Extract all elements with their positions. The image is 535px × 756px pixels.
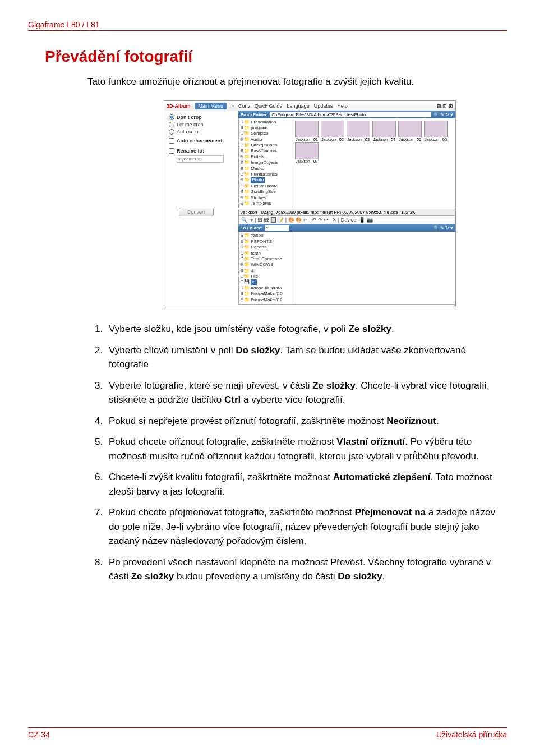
app-brand: 3D-Album (167, 103, 191, 109)
footer: CZ-34 Uživatelská příručka (28, 727, 507, 739)
step-6: Chcete-li zvýšit kvalitu fotografií, zaš… (105, 470, 507, 499)
to-tree[interactable]: ⊖📁 Yahoo!⊖📁 PSFONTS⊖📁 Reports⊖📁 temp⊖📁 T… (239, 232, 292, 304)
step-1: Vyberte složku, kde jsou umístěny vaše f… (105, 322, 507, 336)
radio-icon (169, 114, 174, 120)
menu-lang[interactable]: Language (287, 103, 310, 109)
toolbar-icons[interactable]: 🔍 ✎ ↻ ♥ (433, 225, 453, 231)
step-2: Vyberte cílové umístění v poli Do složky… (105, 343, 507, 372)
step-8: Po provedení všech nastavení klepněte na… (105, 555, 507, 584)
step-3: Vyberte fotografie, které se mají převés… (105, 379, 507, 407)
step-5: Pokud chcete oříznout fotografie, zaškrt… (105, 435, 507, 463)
from-thumbs[interactable]: Jackson - 01Jackson - 02Jackson - 03Jack… (292, 118, 455, 208)
radio-let-crop[interactable]: Let me crop (169, 122, 235, 127)
radio-icon (169, 129, 174, 135)
screenshot: 3D-Album Main Menu » Conv Quick Guide La… (164, 100, 456, 307)
to-thumbs[interactable] (292, 232, 455, 304)
page-header: Gigaframe L80 / L81 (28, 20, 507, 31)
footer-title: Uživatelská příručka (436, 730, 507, 739)
from-folder-path[interactable] (270, 112, 431, 117)
check-icon (169, 148, 174, 154)
step-4: Pokud si nepřejete provést oříznutí foto… (105, 414, 507, 428)
options-panel: Don't crop Let me crop Auto crop Auto en… (164, 111, 238, 306)
radio-dont-crop[interactable]: Don't crop (169, 114, 235, 120)
menu-help[interactable]: Help (337, 103, 348, 109)
intro-text: Tato funkce umožňuje oříznout a přejmeno… (87, 75, 458, 89)
from-folder-label: From Folder: (241, 112, 268, 117)
toolbar-icons[interactable]: 🔍 ✎ ↻ ♥ (433, 112, 453, 117)
menu-conv[interactable]: Conv (238, 103, 250, 109)
menu-quick[interactable]: Quick Guide (255, 103, 283, 109)
radio-icon (169, 122, 174, 127)
instruction-list: Vyberte složku, kde jsou umístěny vaše f… (105, 322, 507, 584)
to-folder-bar: To Folder: 🔍 ✎ ↻ ♥ (238, 224, 455, 232)
check-rename[interactable]: Rename to: (169, 148, 235, 154)
app-menubar: 3D-Album Main Menu » Conv Quick Guide La… (164, 101, 455, 111)
radio-auto-crop[interactable]: Auto crop (169, 129, 235, 135)
menu-main[interactable]: Main Menu (195, 103, 227, 109)
from-pane: ⊖📁 Presentation⊖📁 program⊖📁 Samples⊖📁 Au… (238, 118, 455, 209)
page-title: Převádění fotografií (45, 48, 507, 66)
check-icon (169, 138, 174, 144)
to-folder-label: To Folder: (241, 225, 262, 231)
from-folder-bar: From Folder: 🔍 ✎ ↻ ♥ (238, 111, 455, 118)
menu-updates[interactable]: Updates (314, 103, 333, 109)
convert-button[interactable]: Convert (179, 208, 214, 216)
status-bar: Jackson - 03.jpg: 768x1160 pixels, modif… (238, 209, 455, 216)
page-number: CZ-34 (28, 730, 50, 739)
expand-icon[interactable]: » (231, 103, 234, 109)
toolbar[interactable]: 🔍 ➜ | 🖼 🖼 🔲 📝 | 🎨 🎨 ↩ | ↶ ↷ ↩ | ✕ | Devi… (238, 216, 455, 224)
rename-input[interactable] (177, 155, 224, 163)
to-folder-path[interactable] (265, 225, 289, 231)
check-auto-enhance[interactable]: Auto enhancement (169, 138, 235, 144)
to-pane: ⊖📁 Yahoo!⊖📁 PSFONTS⊖📁 Reports⊖📁 temp⊖📁 T… (238, 232, 455, 305)
step-7: Pokud chcete přejmenovat fotografie, zaš… (105, 505, 507, 548)
from-tree[interactable]: ⊖📁 Presentation⊖📁 program⊖📁 Samples⊖📁 Au… (239, 118, 292, 208)
window-controls[interactable]: ⊟ ⊡ ⊠ (437, 103, 453, 109)
